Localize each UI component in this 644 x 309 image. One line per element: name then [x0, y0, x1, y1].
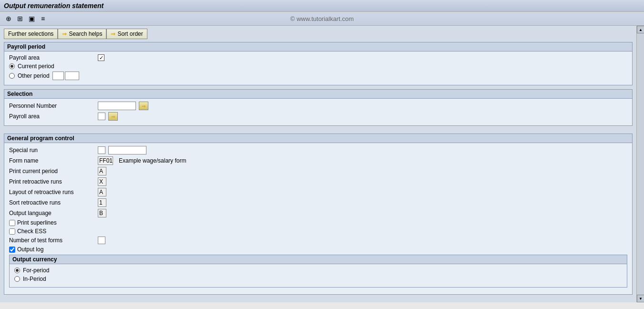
print-retroactive-runs-value: X: [98, 177, 106, 186]
toolbar-icon-2[interactable]: ⊞: [15, 14, 25, 23]
current-period-radio[interactable]: [9, 63, 15, 69]
number-test-forms-row: Number of test forms: [9, 237, 627, 244]
sort-retroactive-runs-value: 1: [98, 198, 106, 207]
form-name-label: Form name: [9, 157, 95, 164]
special-run-label: Special run: [9, 147, 95, 154]
for-period-row: For-period: [14, 267, 622, 274]
output-log-row: Output log: [9, 246, 627, 253]
for-period-label: For-period: [23, 267, 49, 274]
check-ess-row: Check ESS: [9, 228, 627, 235]
toolbar-icon-3[interactable]: ▣: [27, 14, 36, 23]
toolbar-icon-4[interactable]: ≡: [38, 14, 48, 23]
payroll-area-row: Payroll area ✓: [9, 54, 627, 61]
toolbar-icon-1[interactable]: ⊕: [4, 14, 13, 23]
scroll-down-btn[interactable]: ▼: [637, 295, 644, 302]
sort-retroactive-runs-row: Sort retroactive runs 1: [9, 198, 627, 207]
form-name-value: FF01: [98, 156, 113, 165]
print-superlines-row: Print superlines: [9, 219, 627, 226]
print-retroactive-runs-row: Print retroactive runs X: [9, 177, 627, 186]
output-currency-section: Output currency For-period In-Period: [9, 255, 627, 288]
tab-search-helps-arrow: ⇒: [62, 31, 67, 37]
in-period-label: In-Period: [23, 276, 46, 282]
other-period-input-2[interactable]: [65, 72, 79, 80]
print-current-period-row: Print current period A: [9, 167, 627, 175]
selection-header: Selection: [4, 90, 632, 99]
layout-retroactive-runs-value: A: [98, 188, 106, 196]
general-program-control-header: General program control: [4, 134, 632, 143]
other-period-row: Other period: [9, 72, 627, 80]
print-superlines-checkbox[interactable]: [9, 220, 15, 226]
in-period-row: In-Period: [14, 276, 622, 282]
other-period-label: Other period: [18, 72, 50, 79]
output-currency-header: Output currency: [10, 255, 627, 264]
other-period-input-1[interactable]: [52, 72, 64, 80]
tab-search-helps[interactable]: ⇒ Search helps: [58, 29, 106, 39]
payroll-area-checkbox[interactable]: ✓: [98, 54, 104, 61]
title-bar: Output remuneration statement: [0, 0, 644, 12]
output-log-label: Output log: [17, 246, 43, 253]
personnel-number-input[interactable]: [98, 102, 136, 110]
special-run-row: Special run: [9, 146, 627, 154]
check-ess-label: Check ESS: [17, 228, 46, 235]
selection-payroll-area-input[interactable]: [98, 113, 105, 120]
tab-further-selections[interactable]: Further selections: [4, 29, 58, 39]
scrollbar-right[interactable]: ▲ ▼: [636, 26, 644, 302]
selection-payroll-area-row: Payroll area ⇒: [9, 112, 627, 121]
scroll-thumb-area: [637, 33, 644, 295]
output-language-row: Output language B: [9, 209, 627, 217]
layout-retroactive-runs-row: Layout of retroactive runs A: [9, 188, 627, 196]
current-period-row: Current period: [9, 63, 627, 70]
selection-payroll-area-select-btn[interactable]: ⇒: [108, 112, 118, 121]
scroll-up-btn[interactable]: ▲: [637, 26, 644, 33]
output-log-checkbox[interactable]: [9, 247, 15, 253]
general-program-control-section: General program control Special run Form…: [4, 134, 633, 295]
form-name-extra-text: Example wage/salary form: [119, 157, 186, 164]
print-current-period-value: A: [98, 167, 106, 175]
for-period-radio[interactable]: [14, 268, 20, 273]
other-period-radio[interactable]: [9, 73, 15, 79]
check-ess-checkbox[interactable]: [9, 228, 15, 235]
current-period-label: Current period: [18, 63, 54, 70]
personnel-number-select-btn[interactable]: ⇒: [139, 102, 148, 110]
tab-sort-order[interactable]: ⇒ Sort order: [106, 29, 147, 39]
toolbar: ⊕ ⊞ ▣ ≡ © www.tutorialkart.com: [0, 12, 644, 26]
sort-retroactive-runs-label: Sort retroactive runs: [9, 199, 95, 206]
watermark: © www.tutorialkart.com: [290, 15, 353, 22]
in-period-radio[interactable]: [14, 276, 20, 282]
print-superlines-label: Print superlines: [17, 219, 57, 226]
payroll-area-label: Payroll area: [9, 54, 95, 61]
output-language-label: Output language: [9, 210, 95, 216]
selection-section: Selection Personnel Number ⇒ Payroll are…: [4, 89, 633, 126]
selection-payroll-area-label: Payroll area: [9, 113, 95, 120]
tab-bar: Further selections ⇒ Search helps ⇒ Sort…: [4, 29, 633, 39]
payroll-period-section: Payroll period Payroll area ✓ Current pe…: [4, 42, 633, 85]
print-current-period-label: Print current period: [9, 168, 95, 175]
output-language-value: B: [98, 209, 106, 217]
number-test-forms-input[interactable]: [98, 237, 105, 244]
personnel-number-label: Personnel Number: [9, 103, 95, 109]
personnel-number-row: Personnel Number ⇒: [9, 102, 627, 110]
number-test-forms-label: Number of test forms: [9, 237, 95, 244]
special-run-input-1[interactable]: [98, 146, 105, 154]
tab-sort-order-arrow: ⇒: [111, 31, 115, 37]
print-retroactive-runs-label: Print retroactive runs: [9, 178, 95, 185]
form-name-row: Form name FF01 Example wage/salary form: [9, 156, 627, 165]
special-run-input-2[interactable]: [108, 146, 146, 154]
payroll-period-header: Payroll period: [4, 42, 632, 52]
layout-retroactive-runs-label: Layout of retroactive runs: [9, 189, 95, 196]
